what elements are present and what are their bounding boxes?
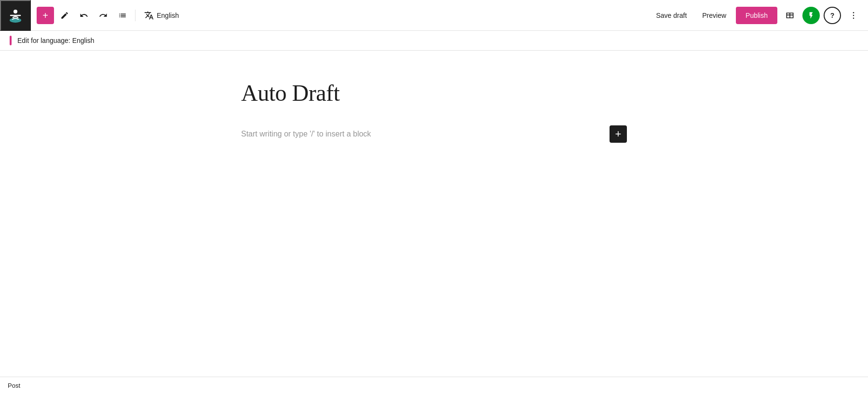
- performance-button[interactable]: [802, 7, 820, 24]
- editor-content: Auto Draft Start writing or type '/' to …: [231, 80, 637, 143]
- svg-point-4: [853, 14, 854, 16]
- site-logo-button[interactable]: [0, 0, 31, 31]
- layout-toggle-button[interactable]: [781, 7, 799, 24]
- list-icon: [118, 11, 127, 20]
- language-notice-bar: Edit for language: English: [0, 31, 868, 51]
- list-view-button[interactable]: [114, 7, 131, 24]
- toolbar-divider-1: [135, 10, 136, 21]
- edit-button[interactable]: [56, 7, 73, 24]
- insert-block-icon: +: [615, 129, 622, 139]
- main-toolbar: +: [0, 0, 868, 31]
- add-icon: +: [42, 11, 48, 20]
- svg-point-5: [853, 17, 854, 19]
- toolbar-left: +: [6, 0, 648, 31]
- preview-button[interactable]: Preview: [696, 8, 732, 23]
- toolbar-right: Save draft Preview Publish ?: [650, 7, 862, 24]
- editor-placeholder-text: Start writing or type '/' to insert a bl…: [241, 130, 602, 138]
- help-icon: ?: [830, 12, 835, 19]
- add-block-button[interactable]: +: [37, 7, 54, 24]
- editor-area: Auto Draft Start writing or type '/' to …: [0, 51, 868, 377]
- redo-icon: [99, 11, 108, 20]
- notice-border-accent: [10, 36, 12, 45]
- more-options-button[interactable]: [845, 7, 862, 24]
- save-draft-button[interactable]: Save draft: [650, 8, 692, 23]
- more-icon: [849, 11, 858, 20]
- help-button[interactable]: ?: [824, 7, 841, 24]
- undo-button[interactable]: [75, 7, 93, 24]
- svg-point-3: [853, 12, 854, 13]
- pencil-icon: [60, 11, 69, 20]
- post-title[interactable]: Auto Draft: [241, 80, 627, 106]
- lightning-icon: [807, 12, 815, 19]
- publish-button[interactable]: Publish: [736, 7, 777, 24]
- language-label: English: [157, 12, 179, 19]
- language-selector[interactable]: English: [139, 8, 184, 23]
- notice-text: Edit for language: English: [17, 37, 95, 44]
- undo-icon: [80, 11, 88, 20]
- editor-placeholder-row: Start writing or type '/' to insert a bl…: [241, 125, 627, 143]
- insert-block-button[interactable]: +: [610, 125, 627, 143]
- layout-icon: [785, 11, 795, 20]
- status-bar: Post: [0, 377, 868, 394]
- redo-button[interactable]: [95, 7, 112, 24]
- svg-point-1: [14, 10, 17, 14]
- language-icon: [144, 11, 154, 20]
- status-label: Post: [8, 382, 20, 389]
